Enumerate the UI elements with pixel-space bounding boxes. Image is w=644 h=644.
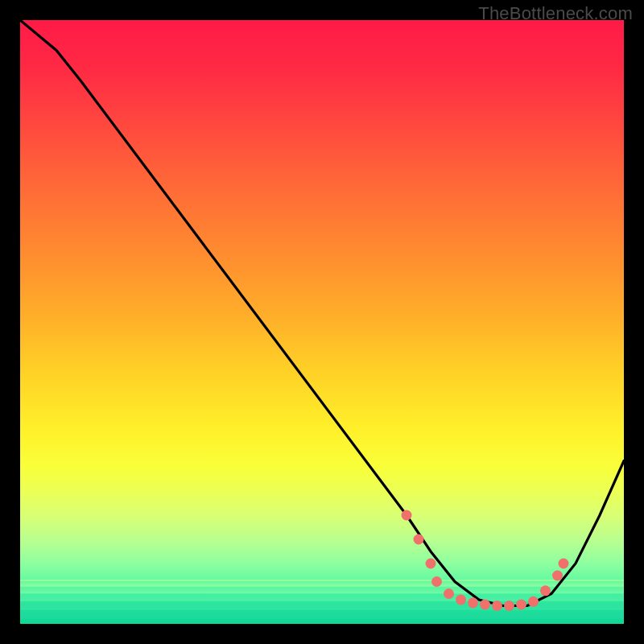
chart-frame: TheBottleneck.com <box>0 0 644 644</box>
curve-marker <box>552 571 563 581</box>
curve-marker <box>456 595 466 605</box>
marker-group <box>402 510 569 612</box>
bottleneck-curve-path <box>20 20 624 606</box>
curve-marker <box>444 588 454 599</box>
curve-marker <box>480 600 490 610</box>
curve-marker <box>516 600 526 610</box>
curve-marker <box>468 597 478 608</box>
curve-marker <box>414 535 424 545</box>
curve-marker <box>540 585 551 596</box>
curve-marker <box>559 559 569 569</box>
curve-marker <box>492 601 502 611</box>
curve-marker <box>504 601 514 611</box>
curve-marker <box>431 576 442 587</box>
curve-marker <box>426 559 436 569</box>
watermark-text: TheBottleneck.com <box>478 3 633 24</box>
curve-marker <box>402 510 412 521</box>
curve-layer <box>20 20 624 624</box>
plot-area <box>20 20 624 624</box>
curve-marker <box>528 597 539 607</box>
